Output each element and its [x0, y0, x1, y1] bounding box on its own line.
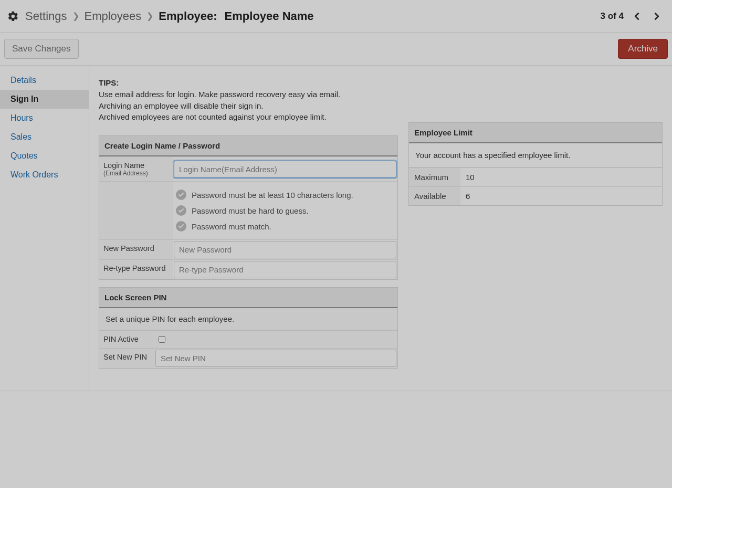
login-panel: Create Login Name / Password Login Name …	[99, 135, 398, 280]
sidebar-item-sales[interactable]: Sales	[0, 128, 89, 146]
employee-limit-note: Your account has a specified employee li…	[409, 143, 662, 167]
sidebar-item-signin[interactable]: Sign In	[0, 90, 89, 109]
check-circle-icon	[176, 205, 186, 216]
breadcrumb-settings[interactable]: Settings	[25, 9, 67, 23]
pager-next-button[interactable]	[649, 8, 665, 24]
tips-block: TIPS: Use email address for login. Make …	[99, 77, 398, 123]
password-req-text: Password must be at least 10 characters …	[192, 191, 353, 200]
new-password-input[interactable]	[174, 241, 396, 258]
pin-panel-note: Set a unique PIN for each employee.	[99, 308, 397, 330]
login-name-label: Login Name (Email Address)	[99, 157, 173, 181]
password-req-text: Password must match.	[192, 222, 271, 231]
retype-password-input[interactable]	[174, 261, 396, 278]
retype-password-label: Re-type Password	[99, 260, 173, 279]
gear-icon	[7, 10, 19, 22]
sidebar-item-workorders[interactable]: Work Orders	[0, 165, 89, 184]
set-pin-input[interactable]	[155, 350, 396, 367]
login-name-input[interactable]	[174, 161, 396, 178]
password-req-text: Password must be hard to guess.	[192, 206, 309, 215]
check-circle-icon	[176, 190, 186, 200]
employee-limit-avail-value: 6	[460, 187, 662, 205]
save-button[interactable]: Save Changes	[4, 39, 79, 59]
set-pin-label: Set New PIN	[99, 349, 154, 368]
new-password-label: New Password	[99, 240, 173, 259]
tips-line: Archived employees are not counted again…	[99, 112, 327, 121]
employee-limit-max-value: 10	[460, 168, 662, 186]
pager-text: 3 of 4	[601, 11, 624, 22]
sidebar-item-hours[interactable]: Hours	[0, 109, 89, 128]
chevron-right-icon: ❯	[146, 11, 153, 21]
pin-active-checkbox[interactable]	[159, 336, 165, 343]
pager-prev-button[interactable]	[629, 8, 645, 24]
sidebar: Details Sign In Hours Sales Quotes Work …	[0, 66, 89, 391]
check-circle-icon	[176, 221, 186, 232]
chevron-right-icon: ❯	[72, 11, 79, 21]
pin-panel: Lock Screen PIN Set a unique PIN for eac…	[99, 287, 398, 369]
login-name-label-text: Login Name	[103, 161, 144, 170]
login-name-sublabel: (Email Address)	[103, 170, 169, 177]
pin-active-label: PIN Active	[99, 331, 154, 348]
breadcrumb-current-label: Employee:	[159, 9, 217, 23]
tips-line: Use email address for login. Make passwo…	[99, 90, 340, 99]
employee-limit-max-label: Maximum	[409, 168, 460, 186]
password-requirements: Password must be at least 10 characters …	[174, 183, 355, 238]
tips-label: TIPS:	[99, 78, 119, 87]
breadcrumb-current-name: Employee Name	[225, 9, 314, 23]
tips-line: Archiving an employee will disable their…	[99, 101, 264, 110]
employee-limit-avail-label: Available	[409, 187, 460, 205]
login-panel-title: Create Login Name / Password	[99, 136, 397, 156]
sidebar-item-quotes[interactable]: Quotes	[0, 146, 89, 165]
action-bar: Save Changes Archive	[0, 33, 672, 66]
breadcrumb-employees[interactable]: Employees	[85, 9, 142, 23]
breadcrumb: Settings ❯ Employees ❯ Employee: Employe…	[25, 9, 314, 23]
pin-panel-title: Lock Screen PIN	[99, 288, 397, 308]
employee-limit-panel: Employee Limit Your account has a specif…	[408, 122, 663, 206]
sidebar-item-details[interactable]: Details	[0, 71, 89, 90]
breadcrumb-bar: Settings ❯ Employees ❯ Employee: Employe…	[0, 0, 672, 33]
employee-limit-title: Employee Limit	[409, 123, 662, 143]
archive-button[interactable]: Archive	[618, 39, 668, 59]
